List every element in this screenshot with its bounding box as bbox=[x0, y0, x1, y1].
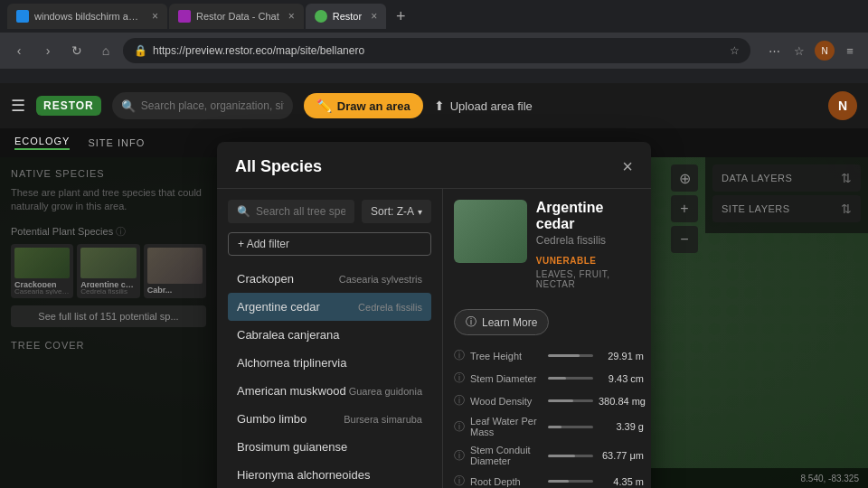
learn-more-label: Learn More bbox=[482, 316, 537, 329]
detail-value-3: 3.39 g bbox=[599, 421, 644, 432]
browser-chrome: windows bildschirm aufzeichn... × Restor… bbox=[0, 0, 868, 83]
detail-bar-3 bbox=[548, 426, 593, 428]
modal-left-panel: 🔍 Sort: Z-A ▾ + Add filter Crackopen bbox=[217, 189, 442, 488]
tab-restor[interactable]: Restor × bbox=[306, 4, 386, 29]
all-species-modal: All Species × 🔍 Sort: Z-A bbox=[217, 142, 651, 488]
species-item-4[interactable]: American muskwood Guarea guidonia bbox=[228, 377, 431, 405]
detail-label-3: Leaf Water Per Mass bbox=[470, 416, 542, 437]
detail-bar-2 bbox=[548, 399, 593, 402]
detail-rows: ⓘ Tree Height 29.91 m ⓘ Stem Diameter 9.… bbox=[454, 348, 640, 488]
sort-label: Sort: Z-A bbox=[371, 205, 414, 218]
user-avatar[interactable]: N bbox=[828, 91, 857, 120]
species-info: Argentine cedar Cedrela fissilis VUNERAB… bbox=[536, 200, 640, 300]
detail-row-3: ⓘ Leaf Water Per Mass 3.39 g bbox=[454, 416, 640, 437]
star-icon: ☆ bbox=[730, 44, 740, 57]
detail-bar-fill-2 bbox=[548, 399, 573, 402]
forward-btn[interactable]: › bbox=[36, 39, 60, 62]
species-latin-5: Bursera simaruba bbox=[344, 414, 422, 425]
species-item-2[interactable]: Cabralea canjerana bbox=[228, 321, 431, 349]
menu-icon[interactable]: ≡ bbox=[839, 40, 861, 61]
modal-title: All Species bbox=[235, 157, 322, 176]
back-btn[interactable]: ‹ bbox=[7, 39, 31, 62]
detail-bar-fill-1 bbox=[548, 377, 566, 380]
app-header: ☰ RESTOR 🔍 ✏️ Draw an area ⬆ Upload area… bbox=[0, 83, 868, 128]
species-common-4: American muskwood bbox=[237, 384, 346, 398]
logo: RESTOR bbox=[36, 96, 101, 116]
tab-close-win[interactable]: × bbox=[152, 10, 158, 23]
detail-label-5: Root Depth bbox=[470, 476, 542, 487]
tab-chat[interactable]: Restor Data - Chat × bbox=[169, 4, 304, 29]
species-search-input[interactable] bbox=[256, 205, 345, 218]
search-input[interactable] bbox=[141, 99, 284, 112]
detail-bar-4 bbox=[548, 455, 593, 457]
tab-close-restor[interactable]: × bbox=[371, 10, 377, 23]
species-item-7[interactable]: Hieronyma alchorneoides bbox=[228, 461, 431, 488]
detail-row-4: ⓘ Stem Conduit Diameter 63.77 μm bbox=[454, 445, 640, 466]
detail-value-1: 9.43 cm bbox=[599, 373, 644, 384]
search-bar[interactable]: 🔍 bbox=[112, 92, 293, 119]
detail-info-icon-5: ⓘ bbox=[454, 474, 465, 488]
extensions-icon[interactable]: ⋯ bbox=[763, 40, 785, 61]
detail-value-0: 29.91 m bbox=[599, 351, 644, 361]
nav-bar: ‹ › ↻ ⌂ 🔒 https://preview.restor.eco/map… bbox=[0, 33, 868, 69]
new-tab-btn[interactable]: + bbox=[388, 4, 413, 29]
detail-value-4: 63.77 μm bbox=[599, 450, 644, 461]
species-item-1[interactable]: Argentine cedar Cedrela fissilis bbox=[228, 293, 431, 321]
species-common-0: Crackopen bbox=[237, 272, 294, 286]
logo-text: RESTOR bbox=[43, 99, 94, 112]
subnav-site-info[interactable]: SITE INFO bbox=[88, 137, 145, 148]
tab-favicon-chat bbox=[178, 10, 191, 23]
species-detail-latin: Cedrela fissilis bbox=[536, 234, 640, 247]
detail-value-5: 4.35 m bbox=[599, 476, 644, 487]
detail-info-icon-4: ⓘ bbox=[454, 448, 465, 464]
modal-detail-panel: Argentine cedar Cedrela fissilis VUNERAB… bbox=[443, 189, 651, 488]
detail-bar-fill-5 bbox=[548, 480, 569, 483]
subnav-ecology[interactable]: ECOLOGY bbox=[14, 136, 70, 150]
detail-info-icon-0: ⓘ bbox=[454, 348, 465, 363]
address-bar[interactable]: 🔒 https://preview.restor.eco/map/site/be… bbox=[123, 38, 750, 63]
detail-info-icon-2: ⓘ bbox=[454, 393, 465, 408]
tab-label-restor: Restor bbox=[333, 11, 362, 22]
detail-bar-fill-3 bbox=[548, 426, 561, 428]
reload-btn[interactable]: ↻ bbox=[65, 39, 89, 62]
modal-search-row: 🔍 Sort: Z-A ▾ bbox=[228, 200, 431, 223]
header-right: N bbox=[828, 91, 857, 120]
species-item-5[interactable]: Gumbo limbo Bursera simaruba bbox=[228, 405, 431, 433]
species-common-6: Brosimum guianense bbox=[237, 440, 347, 454]
detail-info-icon-1: ⓘ bbox=[454, 371, 465, 386]
info-icon: ⓘ bbox=[466, 314, 476, 330]
species-common-2: Cabralea canjerana bbox=[237, 328, 339, 342]
hamburger-icon[interactable]: ☰ bbox=[11, 96, 25, 116]
modal-overlay: All Species × 🔍 Sort: Z-A bbox=[0, 157, 868, 488]
detail-bar-1 bbox=[548, 377, 593, 380]
tab-windows[interactable]: windows bildschirm aufzeichn... × bbox=[7, 4, 167, 29]
detail-label-0: Tree Height bbox=[470, 351, 542, 361]
modal-close-btn[interactable]: × bbox=[622, 156, 633, 177]
species-common-7: Hieronyma alchorneoides bbox=[237, 468, 370, 482]
species-item-3[interactable]: Alchornea triplinervia bbox=[228, 349, 431, 377]
add-filter-btn[interactable]: + Add filter bbox=[228, 232, 431, 256]
modal-search-bar[interactable]: 🔍 bbox=[228, 200, 354, 223]
species-item-6[interactable]: Brosimum guianense bbox=[228, 433, 431, 461]
species-latin-1: Cedrela fissilis bbox=[358, 302, 422, 313]
species-item-0[interactable]: Crackopen Casearia sylvestris bbox=[228, 265, 431, 293]
upload-area-button[interactable]: ⬆ Upload area file bbox=[434, 99, 533, 113]
species-latin-4: Guarea guidonia bbox=[349, 386, 422, 397]
species-header: Argentine cedar Cedrela fissilis VUNERAB… bbox=[454, 200, 640, 300]
detail-label-1: Stem Diameter bbox=[470, 373, 542, 384]
detail-bar-fill-0 bbox=[548, 354, 580, 357]
account-icon[interactable]: N bbox=[814, 40, 835, 61]
detail-row-5: ⓘ Root Depth 4.35 m bbox=[454, 474, 640, 488]
home-btn[interactable]: ⌂ bbox=[94, 39, 118, 62]
bookmark-icon[interactable]: ☆ bbox=[788, 40, 810, 61]
tab-close-chat[interactable]: × bbox=[288, 10, 295, 23]
detail-bar-0 bbox=[548, 354, 593, 357]
uses-badge: LEAVES, FRUIT, NECTAR bbox=[536, 269, 640, 289]
upload-btn-label: Upload area file bbox=[450, 99, 533, 113]
detail-row-1: ⓘ Stem Diameter 9.43 cm bbox=[454, 371, 640, 386]
detail-bar-fill-4 bbox=[548, 455, 575, 457]
learn-more-btn[interactable]: ⓘ Learn More bbox=[454, 309, 549, 335]
draw-area-button[interactable]: ✏️ Draw an area bbox=[304, 93, 423, 118]
sort-button[interactable]: Sort: Z-A ▾ bbox=[362, 200, 431, 223]
detail-row-2: ⓘ Wood Density 380.84 mg bbox=[454, 393, 640, 408]
